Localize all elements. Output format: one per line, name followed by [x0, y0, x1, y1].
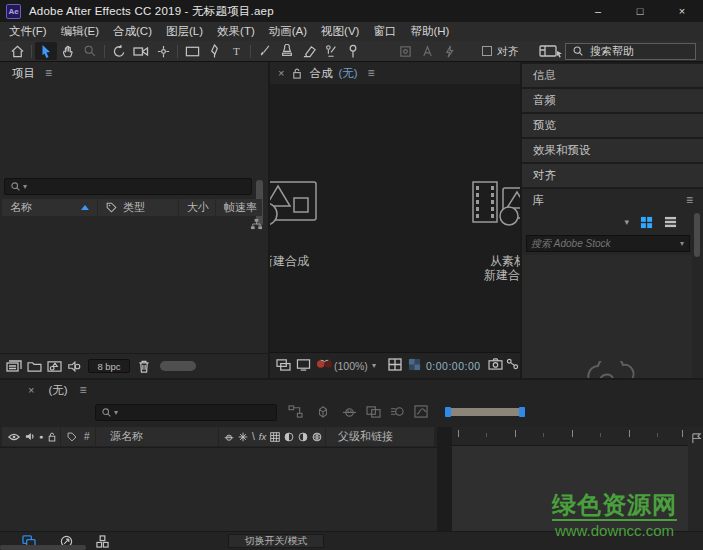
magnification-dropdown-icon[interactable]: ▾	[372, 361, 376, 370]
timecode-display[interactable]: 0:00:00:00	[426, 360, 481, 372]
menu-animation[interactable]: 动画(A)	[262, 24, 314, 39]
close-panel-icon[interactable]: ×	[28, 384, 34, 396]
menu-view[interactable]: 视图(V)	[314, 24, 366, 39]
graph-editor-icon[interactable]	[414, 405, 428, 418]
show-channels-icon[interactable]	[316, 358, 333, 370]
rotation-tool-icon[interactable]	[108, 42, 130, 60]
panel-align[interactable]: 对齐	[522, 164, 703, 187]
collapse-transformations-icon[interactable]	[238, 432, 248, 442]
column-name[interactable]: 名称	[2, 199, 97, 216]
3d-layer-switch-icon[interactable]	[312, 432, 322, 442]
puppet-pin-tool-icon[interactable]	[342, 42, 364, 60]
panel-menu-icon[interactable]: ≡	[45, 66, 52, 80]
menu-window[interactable]: 窗口	[366, 24, 403, 39]
library-search-input[interactable]	[527, 238, 680, 249]
grid-guides-icon[interactable]	[388, 358, 402, 371]
library-dropdown-icon[interactable]: ▾	[624, 217, 629, 227]
column-size[interactable]: 大小	[179, 199, 215, 216]
menu-file[interactable]: 文件(F)	[2, 24, 54, 39]
expand-inout-panes-icon[interactable]	[96, 535, 109, 548]
time-navigator-end-handle[interactable]	[519, 407, 525, 417]
draft-3d-icon[interactable]	[316, 405, 330, 418]
show-snapshot-icon[interactable]	[296, 358, 311, 371]
panel-audio[interactable]: 音频	[522, 89, 703, 112]
pen-tool-icon[interactable]	[203, 42, 225, 60]
close-button[interactable]: ×	[661, 0, 703, 22]
audio-speaker-icon[interactable]	[25, 432, 34, 441]
quality-switch-icon[interactable]: \	[252, 431, 255, 442]
panel-info[interactable]: 信息	[522, 64, 703, 87]
solo-icon[interactable]: ●	[39, 433, 43, 440]
selection-tool-icon[interactable]	[35, 42, 57, 60]
adjustment-layer-switch-icon[interactable]	[298, 432, 308, 442]
search-dropdown-icon[interactable]: ▾	[23, 182, 27, 191]
snap-checkbox[interactable]	[482, 46, 492, 56]
frame-blending-icon[interactable]	[366, 405, 381, 418]
composition-flowchart-icon[interactable]	[506, 358, 519, 370]
interpret-footage-icon[interactable]	[4, 358, 24, 374]
time-navigator[interactable]	[445, 406, 525, 418]
project-horizontal-scrollbar[interactable]	[160, 361, 196, 371]
shy-switch-icon[interactable]	[224, 432, 234, 442]
column-framerate[interactable]: 帧速率	[216, 199, 262, 216]
minimize-button[interactable]: –	[577, 0, 619, 22]
delete-trash-icon[interactable]	[134, 358, 154, 374]
text-tool-icon[interactable]: T	[225, 42, 247, 60]
new-composition-button[interactable]: 新建合成	[270, 178, 360, 268]
menu-edit[interactable]: 编辑(E)	[54, 24, 106, 39]
workspace-switcher-icon[interactable]	[537, 42, 565, 60]
layer-area-horizontal-scrollbar[interactable]	[0, 545, 86, 550]
brush-tool-icon[interactable]	[254, 42, 276, 60]
column-type[interactable]: 类型	[98, 199, 178, 216]
menu-help[interactable]: 帮助(H)	[403, 24, 456, 39]
project-search-field[interactable]: ▾	[4, 178, 252, 195]
pan-behind-tool-icon[interactable]	[152, 42, 174, 60]
time-navigator-track[interactable]	[449, 408, 521, 416]
timeline-layer-area[interactable]	[0, 447, 437, 531]
frame-blend-switch-icon[interactable]	[270, 432, 280, 442]
lock-icon[interactable]	[48, 432, 56, 442]
menu-layer[interactable]: 图层(L)	[159, 24, 210, 39]
search-dropdown-icon[interactable]: ▾	[114, 408, 118, 417]
library-search-field[interactable]: ▾	[526, 235, 690, 252]
label-tag-icon[interactable]	[67, 432, 77, 442]
new-composition-from-footage-button[interactable]: 从素材 新建合成	[433, 178, 520, 282]
always-preview-icon[interactable]	[276, 358, 291, 371]
motion-blur-switch-icon[interactable]	[284, 432, 294, 442]
lock-icon[interactable]	[292, 68, 302, 79]
clone-stamp-tool-icon[interactable]	[276, 42, 298, 60]
source-name-header[interactable]: 源名称	[96, 427, 218, 446]
panel-menu-icon[interactable]: ≡	[686, 193, 693, 207]
panel-effects-presets[interactable]: 效果和预设	[522, 139, 703, 162]
panel-preview[interactable]: 预览	[522, 114, 703, 137]
camera-tool-icon[interactable]	[130, 42, 152, 60]
comp-marker-bin-icon[interactable]	[691, 433, 702, 444]
new-composition-icon[interactable]	[44, 358, 64, 374]
timeline-tab[interactable]: (无)	[48, 383, 67, 398]
menu-composition[interactable]: 合成(C)	[106, 24, 159, 39]
time-navigator-start-handle[interactable]	[445, 407, 451, 417]
motion-blur-icon[interactable]	[390, 405, 405, 418]
color-depth-button[interactable]: 8 bpc	[88, 359, 130, 373]
mini-flowchart-icon[interactable]	[288, 405, 303, 418]
project-flowchart-icon[interactable]	[250, 218, 263, 230]
shape-tool-icon[interactable]	[181, 42, 203, 60]
zoom-tool-icon[interactable]	[79, 42, 101, 60]
timeline-search-field[interactable]: ▾	[95, 404, 277, 421]
libraries-tab[interactable]: 库	[532, 193, 544, 208]
libraries-vertical-scrollbar[interactable]	[694, 213, 700, 257]
toggle-switches-modes-button[interactable]: 切换开关/模式	[228, 534, 324, 548]
roto-brush-tool-icon[interactable]	[320, 42, 342, 60]
transparency-grid-icon[interactable]	[408, 358, 421, 371]
renderer-settings-icon[interactable]	[64, 358, 84, 374]
eraser-tool-icon[interactable]	[298, 42, 320, 60]
magnification-level[interactable]: (100%)	[334, 360, 368, 372]
time-ruler[interactable]	[452, 427, 688, 446]
hand-tool-icon[interactable]	[57, 42, 79, 60]
grid-view-icon[interactable]	[640, 216, 653, 229]
take-snapshot-icon[interactable]	[488, 358, 503, 370]
composition-tab[interactable]: 合成	[309, 66, 332, 81]
video-eye-icon[interactable]	[8, 433, 20, 441]
timeline-splitter[interactable]	[437, 427, 452, 531]
project-tab[interactable]: 项目	[12, 66, 35, 81]
